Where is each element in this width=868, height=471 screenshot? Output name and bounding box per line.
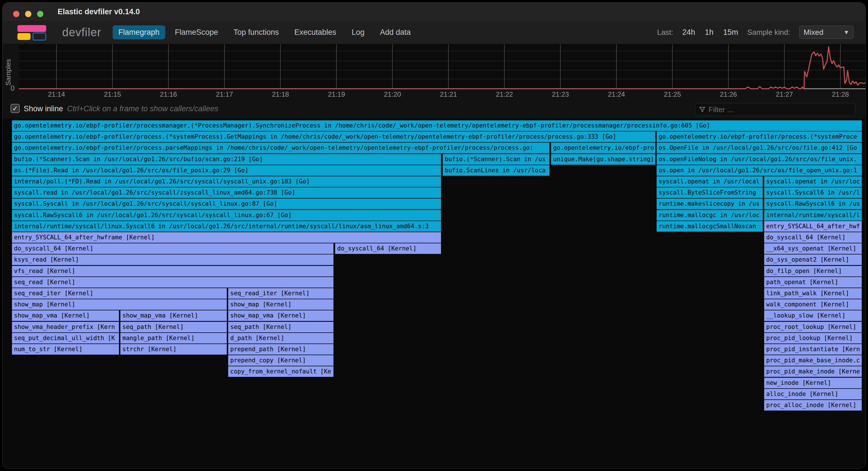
flame-frame[interactable]: __x64_sys_openat [Kernel] [764, 243, 862, 254]
x-tick-21:21: 21:21 [431, 90, 466, 98]
flame-frame[interactable]: seq_path [Kernel] [228, 322, 334, 332]
flame-frame[interactable]: internal/runtime/syscall/linux.Syscall6 … [12, 221, 441, 232]
minimize-button[interactable] [25, 11, 31, 17]
flame-frame[interactable]: os.openFileNolog in /usr/local/go1.26/sr… [657, 154, 862, 165]
flame-frame[interactable]: proc_alloc_inode [Kernel] [764, 400, 862, 410]
flame-frame[interactable]: link_path_walk [Kernel] [764, 288, 862, 299]
flame-frame[interactable]: seq_read [Kernel] [12, 277, 334, 288]
flame-frame[interactable]: strchr [Kernel] [120, 344, 227, 355]
tab-top-functions[interactable]: Top functions [228, 25, 285, 39]
flame-frame[interactable]: walk_component [Kernel] [764, 299, 862, 310]
flame-frame[interactable]: go.opentelemetry.io/ebpf-profiler/proces… [657, 131, 862, 142]
flame-frame[interactable]: runtime.mallocgc in /usr/loc [657, 210, 763, 221]
flame-frame[interactable]: os.open in /usr/local/go1.26/src/os/file… [657, 165, 862, 176]
tab-log[interactable]: Log [346, 25, 370, 39]
flame-frame[interactable]: d_path [Kernel] [228, 333, 334, 343]
tab-flamescope[interactable]: FlameScope [169, 25, 224, 39]
flame-frame[interactable]: __lookup_slow [Kernel] [764, 310, 862, 321]
close-button[interactable] [13, 11, 20, 17]
flame-frame[interactable]: runtime.makeslicecopy in /us [657, 198, 763, 209]
flame-frame[interactable]: show_map_vma [Kernel] [228, 310, 334, 321]
flame-frame[interactable]: os.(*File).Read in /usr/local/go1.26/src… [12, 165, 441, 176]
flame-frame[interactable]: bufio.ScanLines in /usr/loca [443, 165, 549, 176]
flame-frame[interactable]: proc_pid_lookup [Kernel] [764, 333, 862, 343]
flame-frame[interactable]: path_openat [Kernel] [764, 277, 862, 288]
sample-kind-value: Mixed [804, 28, 823, 37]
flame-frame[interactable]: mangle_path [Kernel] [120, 333, 227, 343]
samples-chart[interactable]: Samples 0 21:1421:1521:1621:1721:1821:19… [3, 44, 865, 101]
flame-frame[interactable]: syscall.RawSyscall6 in /us [764, 198, 862, 209]
flame-frame[interactable]: prepend_path [Kernel] [228, 344, 334, 355]
flame-frame[interactable]: bufio.(*Scanner).Scan in /usr/local/go1.… [12, 154, 441, 165]
tab-flamegraph[interactable]: Flamegraph [113, 25, 165, 39]
tab-add-data[interactable]: Add data [374, 25, 416, 39]
maximize-button[interactable] [37, 11, 43, 17]
flame-frame[interactable]: syscall.Syscall6 in /usr/l [764, 187, 862, 198]
logo-pink-block [18, 25, 46, 32]
flame-frame[interactable]: proc_pid_make_inode [Kerne [764, 366, 862, 377]
show-inline-label[interactable]: Show inline [24, 104, 63, 113]
flame-frame[interactable]: syscall.RawSyscall6 in /usr/local/go1.26… [12, 210, 441, 221]
flame-frame[interactable]: os.OpenFile in /usr/local/go1.26/src/os/… [657, 143, 862, 153]
flame-frame[interactable]: do_syscall_64 [Kernel] [335, 243, 441, 254]
flame-frame[interactable]: entry_SYSCALL_64_after_hwframe [Kernel] [12, 232, 441, 243]
flame-frame[interactable]: do_filp_open [Kernel] [764, 266, 862, 277]
filter-input[interactable]: Filter ... [695, 103, 856, 116]
x-tick-21:16: 21:16 [152, 90, 186, 98]
flame-frame[interactable]: runtime.mallocgcSmallNoscan [657, 221, 763, 232]
flame-frame[interactable]: show_map_vma [Kernel] [120, 310, 227, 321]
flame-frame[interactable]: copy_from_kernel_nofault [Ke [228, 366, 334, 377]
flame-frame[interactable]: internal/poll.(*FD).Read in /usr/local/g… [12, 176, 441, 187]
flame-frame[interactable]: go.opentelemetry.io/ebpf-profiler/proces… [12, 131, 655, 142]
x-tick-21:23: 21:23 [544, 90, 578, 98]
flame-frame[interactable]: proc_root_lookup [Kernel] [764, 322, 862, 332]
brand-name: devfiler [62, 26, 101, 39]
flame-frame[interactable]: do_syscall_64 [Kernel] [12, 243, 334, 254]
flame-frame[interactable]: new_inode [Kernel] [764, 378, 862, 388]
flame-frame[interactable]: bufio.(*Scanner).Scan in /us [443, 154, 549, 165]
flame-frame[interactable]: entry_SYSCALL_64_after_hwf [764, 221, 862, 232]
flame-frame[interactable]: show_map [Kernel] [228, 299, 334, 310]
range-15m[interactable]: 15m [723, 28, 738, 37]
flamegraph-toolbar: ✓ Show inline Ctrl+Click on a frame to s… [3, 101, 865, 118]
flame-frame[interactable]: syscall.read in /usr/local/go1.26/src/sy… [12, 187, 441, 198]
x-tick-21:18: 21:18 [263, 90, 298, 98]
flame-frame[interactable]: num_to_str [Kernel] [12, 344, 119, 355]
flame-frame[interactable]: internal/runtime/syscall/l [764, 210, 862, 221]
flame-frame[interactable]: syscall.openat in /usr/loc [764, 176, 862, 187]
flame-frame[interactable]: seq_path [Kernel] [120, 322, 227, 332]
flame-frame[interactable]: do_sys_openat2 [Kernel] [764, 254, 862, 265]
flame-frame[interactable]: proc_pid_instantiate [Kern [764, 344, 862, 355]
flame-frame[interactable]: seq_read_iter [Kernel] [228, 288, 334, 299]
flame-frame[interactable]: go.opentelemetry.io/ebpf-pro [551, 143, 655, 153]
devfiler-logo-icon [18, 25, 46, 39]
flame-frame[interactable]: unique.Make[go.shape.string] [551, 154, 655, 165]
flame-frame[interactable]: vfs_read [Kernel] [12, 266, 334, 277]
flame-frame[interactable]: ksys_read [Kernel] [12, 254, 334, 265]
flame-frame[interactable]: seq_read_iter [Kernel] [12, 288, 227, 299]
flame-frame[interactable]: show_vma_header_prefix [Kern [12, 322, 119, 332]
flame-frame[interactable]: proc_pid_make_base_inode.c [764, 355, 862, 366]
flame-frame[interactable]: go.opentelemetry.io/ebpf-profiler/proces… [12, 120, 862, 131]
flame-frame[interactable]: seq_put_decimal_ull_width [K [12, 333, 119, 343]
nav-bar: devfiler FlamegraphFlameScopeTop functio… [3, 21, 865, 44]
sample-kind-select[interactable]: Mixed ▼ [799, 26, 854, 39]
range-1h[interactable]: 1h [705, 28, 713, 37]
flame-frame[interactable]: show_map [Kernel] [12, 299, 227, 310]
title-bar: Elastic devfiler v0.14.0 [3, 3, 865, 21]
range-24h[interactable]: 24h [682, 28, 695, 37]
flame-frame[interactable]: show_map_vma [Kernel] [12, 310, 119, 321]
flame-frame[interactable]: syscall.ByteSliceFromString [657, 187, 763, 198]
nav-tabs: FlamegraphFlameScopeTop functionsExecuta… [113, 25, 421, 39]
x-tick-21:17: 21:17 [207, 90, 242, 98]
hint-text: Ctrl+Click on a frame to show callers/ca… [67, 104, 218, 113]
flame-frame[interactable]: do_syscall_64 [Kernel] [764, 232, 862, 243]
flame-frame[interactable]: alloc_inode [Kernel] [764, 389, 862, 399]
flame-frame[interactable]: syscall.openat in /usr/local [657, 176, 763, 187]
flame-frame[interactable]: prepend_copy [Kernel] [228, 355, 334, 366]
show-inline-checkbox[interactable]: ✓ [10, 104, 20, 113]
tab-executables[interactable]: Executables [289, 25, 342, 39]
flame-frame[interactable]: syscall.Syscall in /usr/local/go1.26/src… [12, 198, 441, 209]
x-tick-21:14: 21:14 [39, 90, 73, 98]
flame-frame[interactable]: go.opentelemetry.io/ebpf-profiler/proces… [12, 143, 549, 153]
